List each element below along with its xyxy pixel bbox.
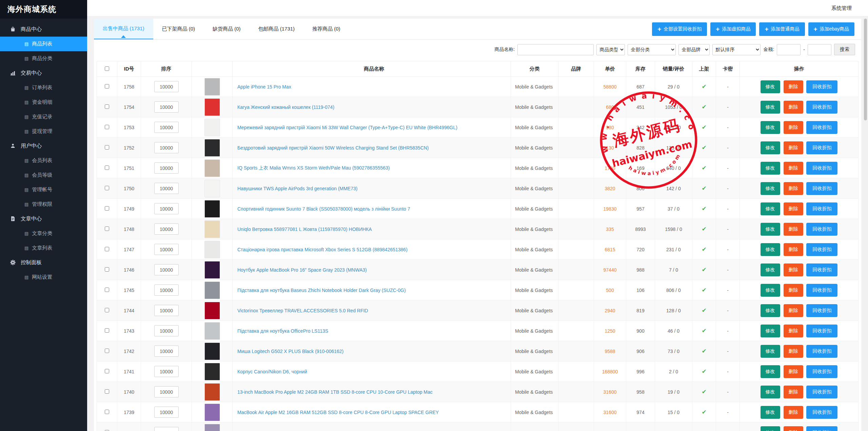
edit-button[interactable]: 修改 (761, 406, 780, 419)
product-name-link[interactable]: Миша Logitech G502 X PLUS Black (910-006… (237, 349, 343, 354)
product-name-link[interactable]: Ноутбук Apple MacBook Pro 16" Space Gray… (237, 267, 367, 273)
recycle-discount-button[interactable]: 回收折扣 (806, 182, 837, 195)
sidebar-item[interactable]: ▤ 提现管理 (0, 124, 87, 139)
product-name-link[interactable]: Корпус Canon/Nikon D6, чорний (237, 369, 307, 374)
product-name-link[interactable]: Стаціонарна ігрова приставка Microsoft X… (237, 247, 408, 252)
sort-input[interactable] (154, 305, 179, 316)
row-checkbox[interactable] (105, 410, 109, 414)
sort-input[interactable] (154, 285, 179, 296)
product-name-link[interactable]: IQ Sports 上衣 Malia Wmns XS Storm Weth/Pa… (237, 165, 390, 171)
edit-button[interactable]: 修改 (761, 101, 780, 114)
sort-input[interactable] (154, 366, 179, 377)
sort-order-select[interactable]: 默认排序 (712, 44, 761, 55)
row-checkbox[interactable] (105, 104, 109, 109)
edit-button[interactable]: 修改 (761, 162, 780, 175)
product-name-link[interactable]: Підставка для ноутбука Baseus Zhichi Not… (237, 288, 406, 293)
product-name-link[interactable]: Спортивний годинник Suunto 7 Black (SS05… (237, 206, 410, 212)
product-name-link[interactable]: Uniqlo Ветровка 558977081 L Жовта (11597… (237, 227, 372, 232)
sort-input[interactable] (154, 346, 179, 357)
edit-button[interactable]: 修改 (761, 223, 780, 236)
edit-button[interactable]: 修改 (761, 202, 780, 215)
add-button[interactable]: + 全部设置回收折扣 (652, 22, 707, 36)
recycle-discount-button[interactable]: 回收折扣 (806, 345, 837, 358)
sidebar-item[interactable]: ▤ 订单列表 (0, 80, 87, 95)
delete-button[interactable]: 删除 (784, 345, 803, 358)
sidebar-section[interactable]: 交易中心 (0, 66, 87, 80)
delete-button[interactable]: 删除 (784, 202, 803, 215)
sort-input[interactable] (154, 223, 179, 235)
sort-input[interactable] (154, 386, 179, 397)
recycle-discount-button[interactable]: 回收折扣 (806, 202, 837, 215)
tab[interactable]: 缺货商品 (0) (204, 19, 250, 39)
recycle-discount-button[interactable]: 回收折扣 (806, 121, 837, 134)
sidebar-section[interactable]: 控制面板 (0, 255, 87, 270)
sidebar-item[interactable]: ▤ 充值记录 (0, 110, 87, 124)
delete-button[interactable]: 删除 (784, 101, 803, 114)
product-name-input[interactable] (517, 44, 594, 55)
sort-input[interactable] (154, 162, 179, 174)
row-checkbox[interactable] (105, 186, 109, 190)
recycle-discount-button[interactable]: 回收折扣 (806, 223, 837, 236)
edit-button[interactable]: 修改 (761, 182, 780, 195)
delete-button[interactable]: 删除 (784, 406, 803, 419)
product-name-link[interactable]: Victorinox Тревеллер TRAVEL ACCESSORIES … (237, 308, 368, 313)
sidebar-item[interactable]: ▤ 文章分类 (0, 226, 87, 241)
recycle-discount-button[interactable]: 回收折扣 (806, 325, 837, 337)
row-checkbox[interactable] (105, 328, 109, 333)
product-name-link[interactable]: Кагуа Женский кожаный кошелек (1119-074) (237, 104, 334, 110)
delete-button[interactable]: 删除 (784, 325, 803, 337)
product-name-link[interactable]: Apple iPhone 15 Pro Max (237, 84, 291, 90)
add-button[interactable]: + 添加ebay商品 (808, 22, 854, 36)
delete-button[interactable]: 删除 (784, 80, 803, 93)
sidebar-item[interactable]: ▤ 会员列表 (0, 153, 87, 168)
row-checkbox[interactable] (105, 288, 109, 292)
row-checkbox[interactable] (105, 369, 109, 373)
scrollbar-thumb[interactable] (864, 19, 867, 120)
product-name-link[interactable]: Бездротовий зарядний пристрій Xiaomi 50W… (237, 145, 429, 151)
sidebar-item[interactable]: ▤ 网站设置 (0, 270, 87, 285)
edit-button[interactable]: 修改 (761, 121, 780, 134)
tab[interactable]: 推荐商品 (0) (303, 19, 349, 39)
product-name-link[interactable]: Навушники TWS Apple AirPods 3rd generati… (237, 186, 357, 191)
row-checkbox[interactable] (105, 247, 109, 251)
row-checkbox[interactable] (105, 84, 109, 89)
product-type-select[interactable]: 商品类型 (596, 44, 625, 55)
recycle-discount-button[interactable]: 回收折扣 (806, 141, 837, 154)
admin-menu[interactable]: 系统管理 (831, 0, 852, 16)
recycle-discount-button[interactable]: 回收折扣 (806, 284, 837, 297)
row-checkbox[interactable] (105, 227, 109, 231)
edit-button[interactable]: 修改 (761, 284, 780, 297)
sort-input[interactable] (154, 142, 179, 153)
tab[interactable]: 包邮商品 (1731) (250, 19, 304, 39)
add-button[interactable]: + 添加虚拟商品 (710, 22, 756, 36)
recycle-discount-button[interactable]: 回收折扣 (806, 162, 837, 175)
category-select[interactable]: 全部分类 (628, 44, 676, 55)
row-checkbox[interactable] (105, 145, 109, 150)
delete-button[interactable]: 删除 (784, 386, 803, 398)
sort-input[interactable] (154, 183, 179, 194)
sidebar-item[interactable]: ▤ 管理权限 (0, 197, 87, 212)
delete-button[interactable]: 删除 (784, 365, 803, 378)
edit-button[interactable]: 修改 (761, 243, 780, 256)
delete-button[interactable]: 删除 (784, 263, 803, 276)
row-checkbox[interactable] (105, 206, 109, 211)
sidebar-section[interactable]: 文章中心 (0, 212, 87, 226)
sort-input[interactable] (154, 203, 179, 214)
tab[interactable]: 已下架商品 (0) (153, 19, 204, 39)
delete-button[interactable]: 删除 (784, 141, 803, 154)
sidebar-item[interactable]: ▤ 资金明细 (0, 95, 87, 110)
delete-button[interactable]: 删除 (784, 121, 803, 134)
delete-button[interactable]: 删除 (784, 223, 803, 236)
select-all-checkbox[interactable] (105, 66, 109, 71)
recycle-discount-button[interactable]: 回收折扣 (806, 263, 837, 276)
search-button[interactable]: 搜索 (834, 44, 855, 55)
delete-button[interactable]: 删除 (784, 162, 803, 175)
sidebar-section[interactable]: 商品中心 (0, 22, 87, 37)
delete-button[interactable]: 删除 (784, 284, 803, 297)
recycle-discount-button[interactable]: 回收折扣 (806, 426, 837, 431)
sidebar-item[interactable]: ▤ 商品列表 (0, 37, 87, 51)
sort-input[interactable] (154, 244, 179, 255)
recycle-discount-button[interactable]: 回收折扣 (806, 101, 837, 114)
edit-button[interactable]: 修改 (761, 304, 780, 317)
amount-max-input[interactable] (808, 44, 831, 55)
